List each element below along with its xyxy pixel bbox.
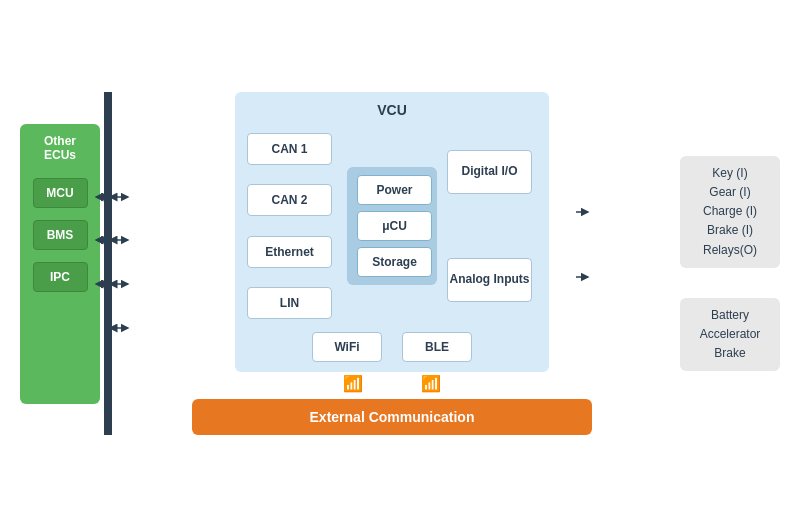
core-inner: Power μCU Storage xyxy=(347,167,437,285)
can2-box: CAN 2 xyxy=(247,184,332,216)
analog-connections-box: Battery Accelerator Brake xyxy=(680,298,780,372)
vcu-content: CAN 1 CAN 2 Ethernet LIN xyxy=(247,128,537,324)
key-label: Key (I) xyxy=(692,164,768,183)
right-labels: Key (I) Gear (I) Charge (I) Brake (I) Re… xyxy=(680,156,780,372)
power-box: Power xyxy=(357,175,432,205)
ethernet-box: Ethernet xyxy=(247,236,332,268)
wireless-row: WiFi BLE xyxy=(247,332,537,362)
ecu-bms: BMS xyxy=(33,220,88,250)
can1-box: CAN 1 xyxy=(247,133,332,165)
storage-box: Storage xyxy=(357,247,432,277)
vcu-panel: VCU CAN 1 CAN 2 Ethernet xyxy=(235,92,549,372)
wireless-signals: 📶 📶 xyxy=(343,374,441,393)
analog-inputs-box: Analog Inputs xyxy=(447,258,532,302)
charge-label: Charge (I) xyxy=(692,202,768,221)
relays-label: Relays(O) xyxy=(692,241,768,260)
vcu-title: VCU xyxy=(247,102,537,118)
gear-label: Gear (I) xyxy=(692,183,768,202)
battery-label: Battery xyxy=(692,306,768,325)
ext-comm-bar: External Communication xyxy=(192,399,592,435)
main-row: Other ECUs MCU BMS IPC VCU xyxy=(20,92,780,435)
ble-box: BLE xyxy=(402,332,472,362)
ucu-box: μCU xyxy=(357,211,432,241)
bus-bar xyxy=(104,92,112,435)
core-column: Power μCU Storage xyxy=(347,128,437,324)
lin-box: LIN xyxy=(247,287,332,319)
wifi-box: WiFi xyxy=(312,332,382,362)
digital-io-box: Digital I/O xyxy=(447,150,532,194)
ecu-ipc: IPC xyxy=(33,262,88,292)
other-ecus-title: Other ECUs xyxy=(28,134,92,162)
wifi-signal-icon: 📶 xyxy=(343,374,363,393)
other-ecus-panel: Other ECUs MCU BMS IPC xyxy=(20,124,100,404)
vcu-wireless-wrap: VCU CAN 1 CAN 2 Ethernet xyxy=(116,92,668,435)
ble-signal-icon: 📶 xyxy=(421,374,441,393)
diagram-inner: Other ECUs MCU BMS IPC VCU xyxy=(20,92,780,435)
brake-label: Brake (I) xyxy=(692,221,768,240)
diagram-container: Other ECUs MCU BMS IPC VCU xyxy=(0,0,800,527)
brake2-label: Brake xyxy=(692,344,768,363)
interface-column: CAN 1 CAN 2 Ethernet LIN xyxy=(247,128,337,324)
accelerator-label: Accelerator xyxy=(692,325,768,344)
io-column: Digital I/O Analog Inputs xyxy=(447,128,537,324)
digital-connections-box: Key (I) Gear (I) Charge (I) Brake (I) Re… xyxy=(680,156,780,268)
ecu-mcu: MCU xyxy=(33,178,88,208)
